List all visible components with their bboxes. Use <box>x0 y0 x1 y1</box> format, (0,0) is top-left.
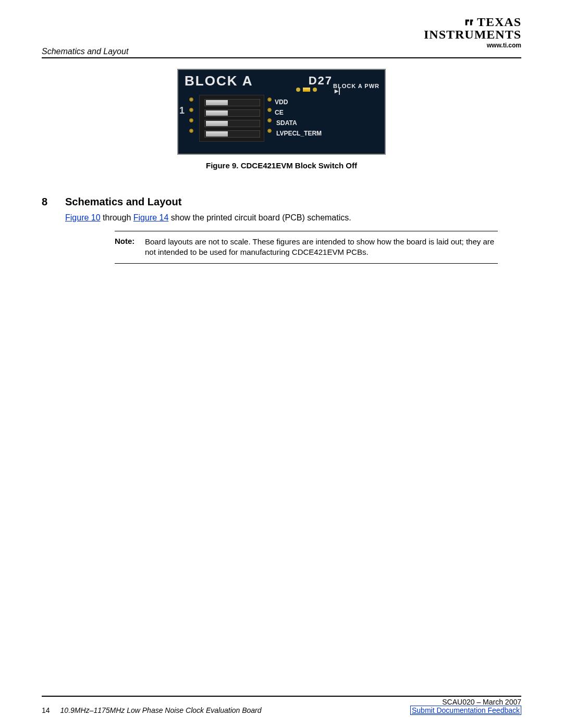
ti-logo: TEXAS INSTRUMENTS <box>424 16 521 41</box>
silk-ce: CE <box>275 109 284 116</box>
led-d27 <box>296 85 317 94</box>
via-pad <box>189 118 194 123</box>
figure-wrap: BLOCK A D27 BLOCK A PWR 1 ▸| <box>42 69 521 170</box>
silk-sdata: SDATA <box>276 119 297 127</box>
section-body: Figure 10 through Figure 14 show the pri… <box>65 213 521 223</box>
footer-right: SCAU020 – March 2007 Submit Documentatio… <box>410 698 521 714</box>
ti-chip-icon <box>463 17 475 28</box>
solder-pad <box>313 88 317 92</box>
silk-one: 1 <box>179 105 185 116</box>
silk-block-a: BLOCK A <box>185 73 253 89</box>
header-rule <box>42 57 521 58</box>
footer-left: 14 10.9MHz–1175MHz Low Phase Noise Clock… <box>42 706 262 714</box>
section-number: 8 <box>42 196 65 208</box>
dip-row <box>204 98 261 107</box>
via-pad <box>267 128 272 133</box>
diode-icon: ▸| <box>335 87 340 95</box>
logo-url: www.ti.com <box>424 42 521 49</box>
link-submit-feedback[interactable]: Submit Documentation Feedback <box>410 706 521 715</box>
logo-line1: TEXAS <box>477 15 521 29</box>
via-pad <box>267 107 272 113</box>
footer-doc-title: 10.9MHz–1175MHz Low Phase Noise Clock Ev… <box>60 706 262 714</box>
footer-rule <box>42 696 521 697</box>
dip-switch-block <box>199 95 264 142</box>
via-pad <box>189 128 194 133</box>
footer: 14 10.9MHz–1175MHz Low Phase Noise Clock… <box>42 698 521 714</box>
pcb-photo: BLOCK A D27 BLOCK A PWR 1 ▸| <box>177 69 386 155</box>
figure-caption: Figure 9. CDCE421EVM Block Switch Off <box>206 161 357 170</box>
silk-lvpecl: LVPECL_TERM <box>276 130 322 137</box>
link-figure-10[interactable]: Figure 10 <box>65 213 101 222</box>
led-chip <box>303 88 310 92</box>
via-pad <box>267 97 272 102</box>
silk-vdd: VDD <box>275 98 288 106</box>
body-post: show the printed circuit board (PCB) sch… <box>168 213 351 222</box>
link-figure-14[interactable]: Figure 14 <box>133 213 169 222</box>
via-pad <box>189 107 194 113</box>
dip-row <box>204 109 261 117</box>
section-title: Schematics and Layout <box>65 196 181 208</box>
dip-row <box>204 119 261 128</box>
section-heading: 8 Schematics and Layout <box>42 196 521 208</box>
footer-docid: SCAU020 – March 2007 <box>410 698 521 706</box>
note-block: Note: Board layouts are not to scale. Th… <box>115 231 498 264</box>
dip-row <box>204 130 261 138</box>
body-mid: through <box>101 213 133 222</box>
ti-logo-block: TEXAS INSTRUMENTS www.ti.com <box>424 16 521 49</box>
footer-page-number: 14 <box>42 706 50 714</box>
logo-line2: INSTRUMENTS <box>424 28 521 41</box>
solder-pad <box>296 88 300 92</box>
via-pad <box>267 118 272 123</box>
page: TEXAS INSTRUMENTS www.ti.com Schematics … <box>0 0 563 728</box>
via-pad <box>189 97 194 102</box>
note-text: Board layouts are not to scale. These fi… <box>145 237 498 258</box>
note-label: Note: <box>115 237 145 258</box>
